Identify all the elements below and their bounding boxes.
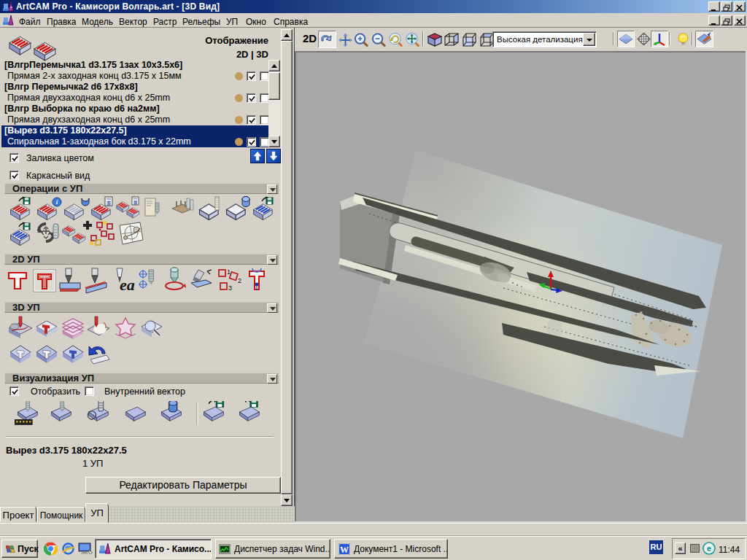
- svg-text:e: e: [707, 544, 711, 553]
- svg-text:W: W: [340, 545, 349, 555]
- svg-text:ea: ea: [120, 276, 135, 294]
- svg-text:3: 3: [228, 284, 232, 292]
- svg-text:1: 1: [227, 268, 231, 276]
- svg-text:2: 2: [238, 277, 241, 284]
